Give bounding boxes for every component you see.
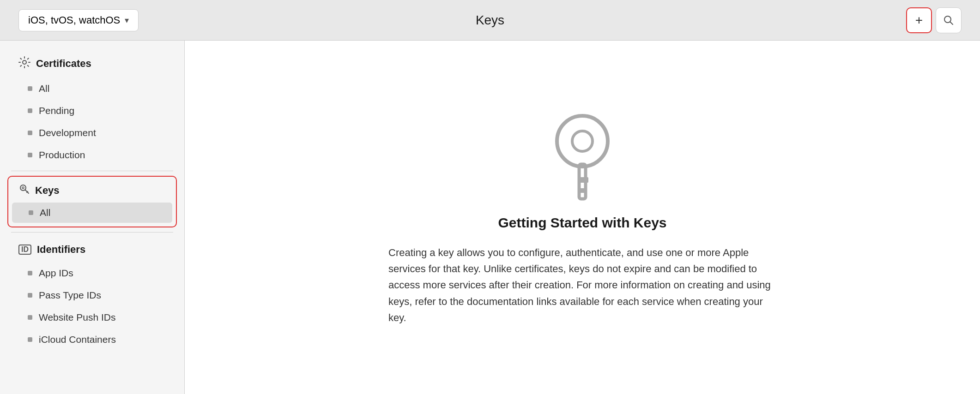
sidebar-item-label: App IDs — [39, 268, 73, 279]
content-area: Getting Started with Keys Creating a key… — [185, 41, 980, 394]
sidebar-item-label: Pass Type IDs — [39, 290, 101, 301]
sidebar-section-certificates[interactable]: Certificates — [0, 50, 184, 78]
plus-icon: + — [915, 13, 923, 28]
sidebar-item-label: All — [40, 207, 50, 218]
top-bar-actions: + — [906, 7, 962, 33]
svg-point-2 — [23, 60, 26, 64]
id-icon: ID — [18, 245, 31, 255]
svg-point-7 — [557, 116, 608, 167]
gear-icon — [18, 56, 30, 71]
key-section-icon — [19, 184, 30, 197]
svg-line-1 — [950, 22, 953, 24]
sidebar-item-certs-all[interactable]: All — [0, 78, 184, 100]
sidebar-item-icloud-containers[interactable]: iCloud Containers — [0, 328, 184, 351]
sidebar: Certificates All Pending Development Pro… — [0, 41, 185, 394]
certificates-header-label: Certificates — [36, 58, 91, 70]
keys-header-label: Keys — [35, 185, 60, 197]
sidebar-item-website-push-ids[interactable]: Website Push IDs — [0, 306, 184, 328]
bullet-icon — [28, 337, 32, 342]
add-button[interactable]: + — [906, 7, 932, 33]
sidebar-item-label: iCloud Containers — [39, 334, 116, 345]
bullet-icon — [28, 293, 32, 298]
platform-label: iOS, tvOS, watchOS — [28, 14, 120, 26]
content-description: Creating a key allows you to configure, … — [388, 245, 776, 326]
sidebar-item-certs-production[interactable]: Production — [0, 144, 184, 166]
sidebar-item-label: Production — [39, 149, 85, 161]
key-illustration — [541, 109, 624, 201]
search-button[interactable] — [936, 7, 962, 33]
main-container: Certificates All Pending Development Pro… — [0, 41, 980, 394]
page-title: Keys — [476, 13, 504, 28]
bullet-icon — [28, 131, 32, 135]
platform-selector[interactable]: iOS, tvOS, watchOS ▾ — [18, 9, 139, 31]
sidebar-section-keys[interactable]: Keys — [8, 179, 176, 202]
bullet-icon — [28, 315, 32, 320]
bullet-icon — [28, 271, 32, 275]
sidebar-section-identifiers[interactable]: ID Identifiers — [0, 237, 184, 262]
sidebar-item-app-ids[interactable]: App IDs — [0, 262, 184, 284]
svg-point-8 — [572, 131, 593, 151]
svg-line-6 — [27, 191, 28, 192]
sidebar-item-pass-type-ids[interactable]: Pass Type IDs — [0, 284, 184, 306]
svg-point-4 — [22, 187, 24, 189]
sidebar-item-certs-pending[interactable]: Pending — [0, 100, 184, 122]
sidebar-item-label: All — [39, 83, 49, 94]
bullet-icon — [28, 86, 32, 91]
svg-rect-10 — [579, 177, 588, 183]
svg-rect-11 — [579, 188, 586, 193]
identifiers-header-label: Identifiers — [37, 244, 85, 256]
bullet-icon — [28, 108, 32, 113]
divider — [11, 171, 173, 171]
sidebar-item-certs-development[interactable]: Development — [0, 122, 184, 144]
top-bar: iOS, tvOS, watchOS ▾ Keys + — [0, 0, 980, 41]
content-title: Getting Started with Keys — [498, 215, 666, 231]
content-inner: Getting Started with Keys Creating a key… — [388, 109, 776, 326]
sidebar-item-label: Website Push IDs — [39, 312, 116, 323]
chevron-down-icon: ▾ — [125, 15, 129, 25]
sidebar-item-label: Pending — [39, 105, 74, 116]
keys-section: Keys All — [7, 176, 177, 227]
divider — [11, 232, 173, 233]
sidebar-item-keys-all[interactable]: All — [12, 203, 172, 223]
sidebar-item-label: Development — [39, 127, 96, 138]
search-icon — [944, 15, 954, 25]
bullet-icon — [28, 153, 32, 157]
bullet-icon — [29, 210, 33, 215]
